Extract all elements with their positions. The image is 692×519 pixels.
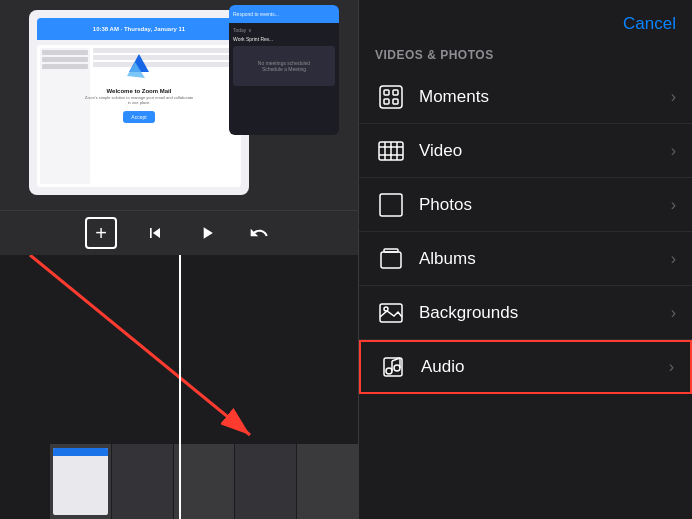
backgrounds-chevron: › [671, 304, 676, 322]
moments-chevron: › [671, 88, 676, 106]
backgrounds-label: Backgrounds [419, 303, 671, 323]
svg-rect-17 [384, 249, 398, 252]
video-icon [375, 135, 407, 167]
menu-item-audio[interactable]: Audio › [359, 340, 692, 394]
albums-chevron: › [671, 250, 676, 268]
moments-icon [375, 81, 407, 113]
menu-item-albums[interactable]: Albums › [359, 232, 692, 286]
moments-label: Moments [419, 87, 671, 107]
svg-rect-7 [384, 99, 389, 104]
video-editor-panel: 10:38 AM · Thursday, January 11 [0, 0, 358, 519]
svg-point-19 [384, 307, 388, 311]
zoom-mail-title: Welcome to Zoom Mail [84, 88, 194, 94]
video-label: Video [419, 141, 671, 161]
svg-rect-16 [381, 252, 401, 268]
backgrounds-icon [375, 297, 407, 329]
media-menu-list: Moments › Video › [359, 70, 692, 519]
photos-icon [375, 189, 407, 221]
audio-chevron: › [669, 358, 674, 376]
section-label: VIDEOS & PHOTOS [359, 42, 692, 70]
video-preview: 10:38 AM · Thursday, January 11 [0, 0, 358, 210]
menu-item-backgrounds[interactable]: Backgrounds › [359, 286, 692, 340]
play-button[interactable] [193, 219, 221, 247]
timeline-controls: + [0, 210, 358, 255]
audio-icon [377, 351, 409, 383]
photos-label: Photos [419, 195, 671, 215]
svg-line-3 [30, 255, 250, 435]
menu-item-video[interactable]: Video › [359, 124, 692, 178]
svg-rect-4 [380, 86, 402, 108]
albums-icon [375, 243, 407, 275]
playhead [179, 255, 181, 519]
svg-rect-6 [393, 90, 398, 95]
rewind-button[interactable] [141, 219, 169, 247]
svg-point-21 [386, 368, 392, 374]
zoom-mail-subtitle: Zoom's simple solution to manage your em… [84, 95, 194, 105]
audio-label: Audio [421, 357, 669, 377]
timeline-area [0, 255, 358, 519]
svg-point-22 [394, 365, 400, 371]
media-picker-panel: Cancel VIDEOS & PHOTOS Moments › [359, 0, 692, 519]
menu-item-moments[interactable]: Moments › [359, 70, 692, 124]
add-button[interactable]: + [85, 217, 117, 249]
menu-item-photos[interactable]: Photos › [359, 178, 692, 232]
svg-rect-8 [393, 99, 398, 104]
cancel-button[interactable]: Cancel [623, 14, 676, 34]
video-chevron: › [671, 142, 676, 160]
picker-header: Cancel [359, 0, 692, 42]
photos-chevron: › [671, 196, 676, 214]
svg-rect-5 [384, 90, 389, 95]
albums-label: Albums [419, 249, 671, 269]
undo-button[interactable] [245, 219, 273, 247]
svg-rect-15 [380, 194, 402, 216]
